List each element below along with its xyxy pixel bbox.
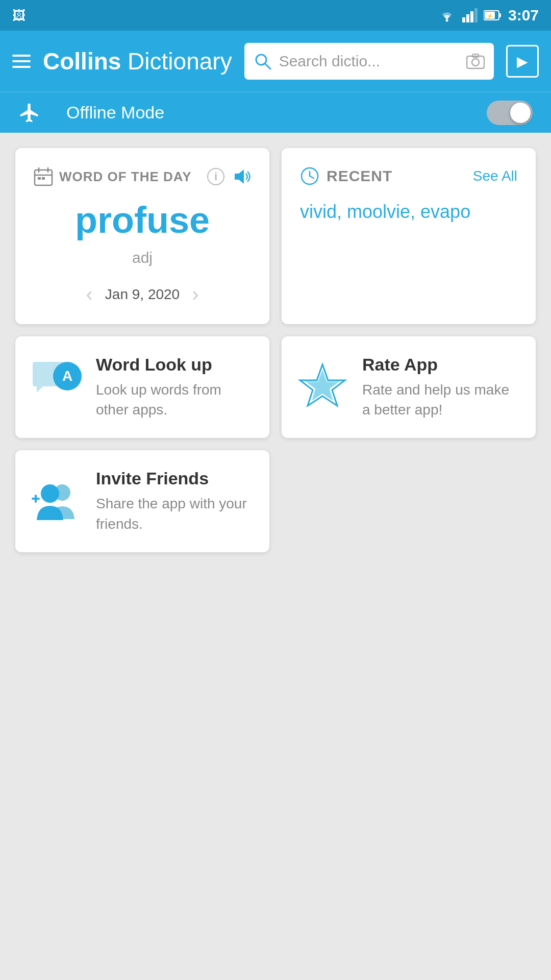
invite-friends-title: Invite Friends: [96, 469, 254, 488]
svg-rect-19: [42, 177, 45, 180]
status-time: 3:07: [508, 7, 539, 24]
recent-title: RECENT: [327, 167, 466, 185]
svg-point-12: [472, 59, 479, 66]
clock-icon: [300, 166, 319, 186]
calendar-icon: [34, 167, 53, 186]
wotd-nav: ‹ Jan 9, 2020 ›: [34, 283, 251, 306]
svg-point-0: [445, 19, 448, 22]
empty-area: [0, 568, 551, 925]
word-lookup-title: Word Look up: [96, 355, 254, 375]
app-title: Collins Dictionary: [43, 47, 232, 75]
info-button[interactable]: i: [207, 168, 224, 185]
search-bar[interactable]: Search dictio...: [244, 43, 494, 80]
wotd-pos: adj: [34, 249, 251, 266]
word-lookup-desc: Look up words from other apps.: [96, 380, 254, 420]
wifi-icon: [438, 8, 456, 22]
invite-friends-desc: Share the app with your friends.: [96, 494, 254, 533]
svg-rect-18: [38, 177, 41, 180]
camera-icon[interactable]: [466, 53, 485, 69]
svg-rect-1: [462, 17, 465, 22]
wotd-header: WORD OF THE DAY i: [34, 166, 251, 187]
recent-header: RECENT See All: [300, 166, 517, 186]
signal-icon: [462, 8, 478, 22]
offline-bar: Offline Mode: [0, 92, 551, 133]
prev-day-button[interactable]: ‹: [86, 283, 93, 306]
rate-app-title: Rate App: [362, 355, 520, 375]
see-all-button[interactable]: See All: [473, 168, 517, 184]
next-day-button[interactable]: ›: [192, 283, 198, 306]
svg-rect-2: [466, 14, 469, 22]
word-lookup-card[interactable]: A Word Look up Look up words from other …: [15, 336, 269, 438]
status-bar-right: ⚡ 3:07: [438, 7, 539, 24]
invite-friends-card[interactable]: Invite Friends Share the app with your f…: [15, 450, 269, 552]
rate-app-icon: [297, 362, 348, 413]
store-button[interactable]: ▶: [506, 45, 539, 78]
battery-icon: ⚡: [484, 10, 502, 21]
svg-marker-20: [235, 169, 244, 184]
svg-line-10: [265, 63, 270, 69]
svg-rect-6: [499, 13, 501, 17]
svg-text:⚡: ⚡: [487, 13, 493, 19]
rate-app-card[interactable]: Rate App Rate and help us make a better …: [282, 336, 536, 438]
invite-friends-icon: [31, 476, 82, 527]
offline-label: Offline Mode: [66, 103, 487, 122]
star-icon: [297, 362, 348, 413]
word-of-the-day-card[interactable]: WORD OF THE DAY i profuse adj ‹ Jan 9, 2…: [15, 148, 269, 324]
invite-friends-text: Invite Friends Share the app with your f…: [96, 469, 254, 533]
sound-icon[interactable]: [231, 166, 251, 187]
wotd-word[interactable]: profuse: [34, 199, 251, 241]
people-icon: [31, 478, 82, 524]
rate-app-desc: Rate and help us make a better app!: [362, 380, 520, 420]
svg-rect-4: [474, 8, 478, 22]
menu-button[interactable]: [12, 55, 31, 68]
wotd-date: Jan 9, 2020: [105, 286, 180, 303]
search-input[interactable]: Search dictio...: [279, 53, 459, 70]
recent-card[interactable]: RECENT See All vivid, moolvie, evapo: [282, 148, 536, 324]
lookup-letter-badge: A: [53, 362, 82, 390]
main-content: WORD OF THE DAY i profuse adj ‹ Jan 9, 2…: [0, 133, 551, 568]
status-bar-left: 🖼: [12, 8, 26, 23]
photo-icon: 🖼: [12, 8, 26, 23]
svg-rect-30: [35, 495, 37, 503]
word-lookup-icon: A: [31, 362, 82, 413]
wotd-title: WORD OF THE DAY: [59, 169, 201, 185]
status-bar: 🖼 ⚡ 3:07: [0, 0, 551, 31]
recent-words[interactable]: vivid, moolvie, evapo: [300, 198, 517, 226]
app-header: Collins Dictionary Search dictio... ▶: [0, 31, 551, 92]
svg-line-23: [310, 176, 314, 178]
svg-point-28: [41, 484, 59, 503]
rate-app-text: Rate App Rate and help us make a better …: [362, 355, 520, 420]
svg-rect-3: [470, 11, 473, 22]
search-icon: [254, 52, 272, 70]
word-lookup-text: Word Look up Look up words from other ap…: [96, 355, 254, 420]
svg-rect-11: [467, 56, 484, 68]
airplane-icon: [18, 102, 41, 124]
offline-toggle[interactable]: [487, 101, 533, 125]
